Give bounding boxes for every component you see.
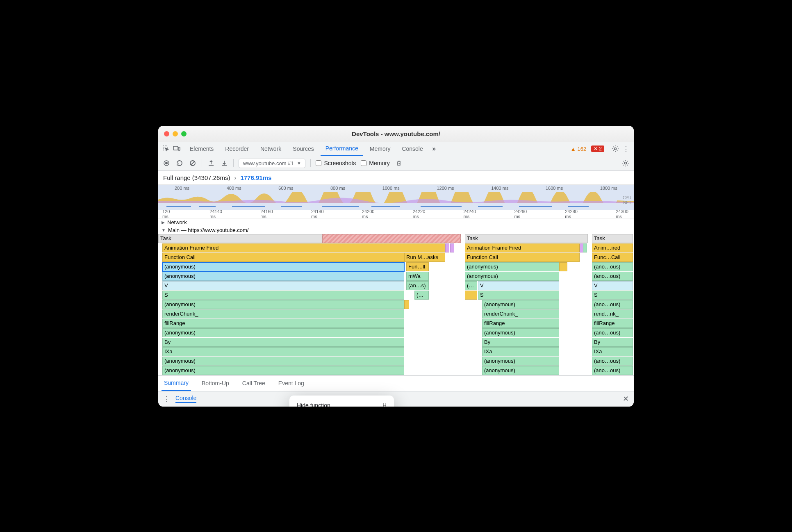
flame-anon[interactable]: (ano…ous) — [592, 366, 633, 375]
flame-ixa[interactable]: IXa — [162, 347, 404, 356]
download-button[interactable] — [220, 159, 228, 167]
flame-anon[interactable]: (anonymous) — [162, 300, 404, 309]
tab-console[interactable]: Console — [397, 142, 428, 156]
flame-bar[interactable] — [404, 300, 409, 309]
flame-func-call[interactable]: Func…Call — [592, 253, 633, 262]
flame-bar[interactable]: (… — [465, 281, 477, 290]
upload-button[interactable] — [207, 159, 215, 167]
close-window-button[interactable] — [164, 131, 169, 136]
flame-anon-selected[interactable]: (anonymous) — [162, 262, 404, 271]
warnings-badge[interactable]: ▲ 162 — [571, 146, 587, 152]
kebab-icon[interactable]: ⋮ — [621, 144, 630, 153]
flame-anon[interactable]: (anonymous) — [162, 357, 404, 366]
recording-dropdown[interactable]: www.youtube.com #1 ▼ — [239, 159, 305, 168]
cm-hide-function[interactable]: Hide function H — [289, 399, 394, 407]
flame-v[interactable]: V — [162, 281, 404, 290]
flame-anon[interactable]: (anonymous) — [482, 357, 559, 366]
flame-anon[interactable]: (anonymous) — [482, 366, 559, 375]
btab-summary[interactable]: Summary — [162, 375, 191, 391]
minimize-window-button[interactable] — [173, 131, 178, 136]
flame-anon[interactable]: (anonymous) — [162, 328, 404, 337]
flame-anon[interactable]: (ano…ous) — [592, 328, 633, 337]
tab-performance[interactable]: Performance — [321, 142, 363, 156]
main-track-header[interactable]: ▼ Main — https://www.youtube.com/ — [158, 226, 634, 234]
flame-renderchunk[interactable]: rend…nk_ — [592, 309, 633, 318]
flame-s[interactable]: S — [478, 291, 559, 300]
console-drawer-tab[interactable]: Console — [175, 395, 196, 403]
record-button[interactable] — [162, 159, 171, 167]
flame-s[interactable]: S — [592, 291, 633, 300]
flame-aff[interactable]: Anim…ired — [592, 243, 633, 252]
flame-fillrange[interactable]: fillRange_ — [162, 319, 404, 328]
flame-anon[interactable]: (ano…ous) — [592, 300, 633, 309]
flame-by[interactable]: By — [592, 338, 633, 347]
btab-bottom-up[interactable]: Bottom-Up — [199, 375, 232, 391]
more-tabs-icon[interactable]: » — [430, 144, 439, 153]
flame-task[interactable]: Task — [592, 234, 633, 243]
screenshots-checkbox[interactable]: Screenshots — [316, 160, 356, 166]
flame-anon[interactable]: (anonymous) — [162, 366, 404, 375]
flame-anon[interactable]: (ano…ous) — [592, 262, 633, 271]
garbage-collect-button[interactable] — [395, 159, 403, 167]
flame-aff[interactable]: Animation Frame Fired — [162, 243, 445, 252]
flame-v[interactable]: V — [478, 281, 559, 290]
network-track-header[interactable]: ▶ Network — [158, 218, 634, 226]
breadcrumb-current[interactable]: 1776.91ms — [240, 174, 271, 181]
flame-v[interactable]: V — [592, 281, 633, 290]
flame-task[interactable]: Task — [465, 234, 588, 243]
tab-elements[interactable]: Elements — [185, 142, 218, 156]
timeline-overview[interactable]: 200 ms 400 ms 600 ms 800 ms 1000 ms 1200… — [158, 185, 634, 210]
close-drawer-icon[interactable]: ✕ — [623, 394, 629, 403]
flame-by[interactable]: By — [162, 338, 404, 347]
flame-anon[interactable]: (anonymous) — [465, 262, 559, 271]
maximize-window-button[interactable] — [181, 131, 187, 136]
screenshots-checkbox-input[interactable] — [316, 160, 321, 166]
btab-call-tree[interactable]: Call Tree — [240, 375, 268, 391]
flame-task-long[interactable] — [322, 234, 461, 243]
tab-sources[interactable]: Sources — [288, 142, 319, 156]
memory-checkbox-input[interactable] — [361, 160, 366, 166]
tab-recorder[interactable]: Recorder — [220, 142, 254, 156]
flame-anon[interactable]: (anonymous) — [482, 300, 559, 309]
flame-anon[interactable]: (ano…ous) — [592, 272, 633, 281]
inspect-icon[interactable] — [162, 144, 171, 153]
flame-bar[interactable] — [445, 243, 449, 252]
flame-anon[interactable]: (ano…ous) — [592, 357, 633, 366]
flame-ixa[interactable]: IXa — [482, 347, 559, 356]
flame-fillrange[interactable]: fillRange_ — [482, 319, 559, 328]
flame-func-call[interactable]: Function Call — [465, 253, 580, 262]
flame-bar[interactable] — [465, 291, 477, 300]
memory-checkbox[interactable]: Memory — [361, 160, 390, 166]
flame-bar[interactable]: Fun…ll — [406, 262, 429, 271]
flame-bar[interactable] — [450, 243, 454, 252]
btab-event-log[interactable]: Event Log — [276, 375, 307, 391]
flame-aff[interactable]: Animation Frame Fired — [465, 243, 580, 252]
flame-bar[interactable]: mWa — [406, 272, 429, 281]
flame-func-call[interactable]: Function Call — [162, 253, 404, 262]
flame-anon[interactable]: (anonymous) — [482, 328, 559, 337]
tab-network[interactable]: Network — [255, 142, 286, 156]
flame-anon[interactable]: (anonymous) — [162, 272, 404, 281]
flame-chart[interactable]: Task Task Task Animation Frame Fired Ani… — [158, 234, 634, 375]
drawer-kebab-icon[interactable]: ⋮ — [163, 395, 170, 403]
flame-bar[interactable] — [583, 243, 587, 252]
panel-settings-icon[interactable] — [621, 159, 630, 167]
device-icon[interactable] — [172, 144, 181, 153]
flame-s[interactable]: S — [162, 291, 404, 300]
flame-bar[interactable]: (… — [414, 291, 429, 300]
flame-run-microtasks[interactable]: Run M…asks — [404, 253, 445, 262]
flame-bar[interactable]: (an…s) — [406, 281, 429, 290]
flame-by[interactable]: By — [482, 338, 559, 347]
flame-ixa[interactable]: IXa — [592, 347, 633, 356]
flame-task[interactable]: Task — [158, 234, 322, 243]
settings-icon[interactable] — [611, 144, 620, 153]
flame-renderchunk[interactable]: renderChunk_ — [162, 309, 404, 318]
tab-memory[interactable]: Memory — [365, 142, 396, 156]
flame-anon[interactable]: (anonymous) — [465, 272, 559, 281]
reload-button[interactable] — [175, 159, 184, 167]
breadcrumb-full-range[interactable]: Full range (34307.26ms) — [163, 174, 230, 181]
clear-button[interactable] — [189, 159, 197, 167]
flame-renderchunk[interactable]: renderChunk_ — [482, 309, 559, 318]
errors-badge[interactable]: ✕ 2 — [591, 146, 604, 152]
flame-fillrange[interactable]: fillRange_ — [592, 319, 633, 328]
